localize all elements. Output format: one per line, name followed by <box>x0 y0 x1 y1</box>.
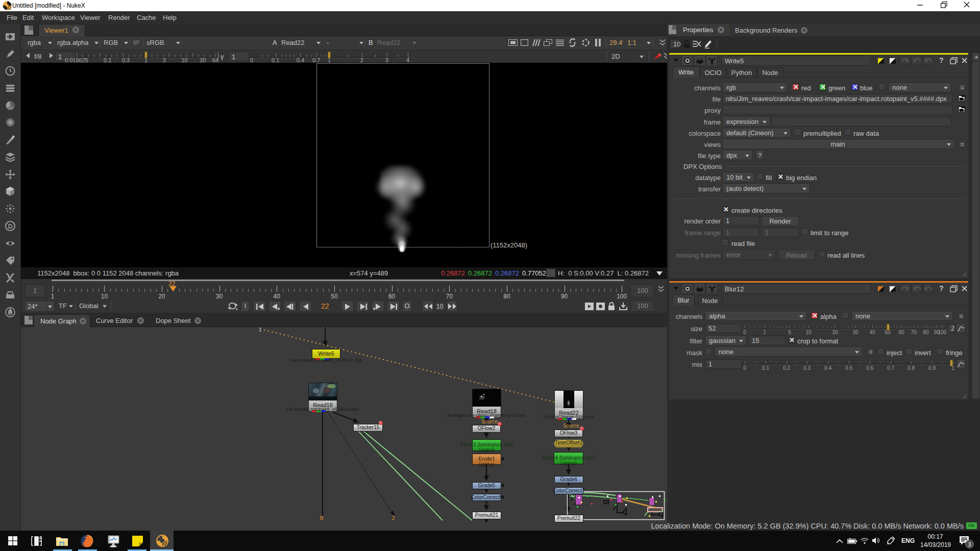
svg-text:B: B <box>320 515 324 521</box>
svg-text:2: 2 <box>392 515 395 521</box>
svg-text:1: 1 <box>259 327 262 333</box>
svg-text:D: D <box>8 223 13 230</box>
